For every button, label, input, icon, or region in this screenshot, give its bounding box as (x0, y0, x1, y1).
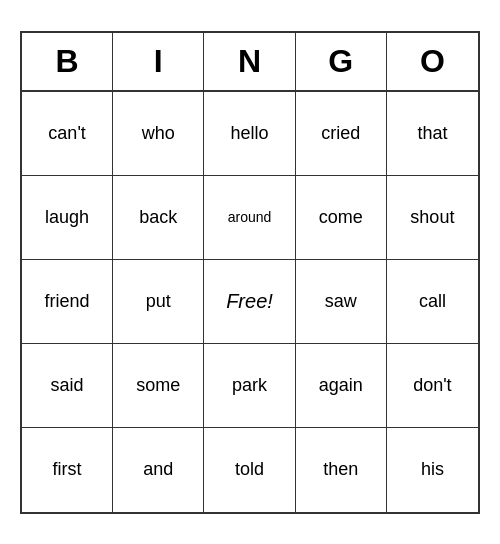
bingo-cell: can't (22, 92, 113, 176)
header-letter: I (113, 33, 204, 90)
bingo-grid: can'twhohellocriedthatlaughbackaroundcom… (22, 92, 478, 512)
bingo-header: BINGO (22, 33, 478, 92)
bingo-cell: again (296, 344, 387, 428)
bingo-cell: who (113, 92, 204, 176)
bingo-cell: Free! (204, 260, 295, 344)
bingo-cell: don't (387, 344, 478, 428)
bingo-cell: friend (22, 260, 113, 344)
bingo-cell: call (387, 260, 478, 344)
bingo-cell: first (22, 428, 113, 512)
bingo-cell: some (113, 344, 204, 428)
bingo-cell: that (387, 92, 478, 176)
bingo-cell: back (113, 176, 204, 260)
bingo-cell: said (22, 344, 113, 428)
bingo-cell: his (387, 428, 478, 512)
bingo-cell: hello (204, 92, 295, 176)
bingo-cell: come (296, 176, 387, 260)
bingo-cell: put (113, 260, 204, 344)
bingo-cell: around (204, 176, 295, 260)
bingo-cell: told (204, 428, 295, 512)
bingo-cell: saw (296, 260, 387, 344)
bingo-cell: laugh (22, 176, 113, 260)
header-letter: O (387, 33, 478, 90)
header-letter: B (22, 33, 113, 90)
bingo-cell: then (296, 428, 387, 512)
header-letter: G (296, 33, 387, 90)
bingo-cell: shout (387, 176, 478, 260)
bingo-card: BINGO can'twhohellocriedthatlaughbackaro… (20, 31, 480, 514)
bingo-cell: cried (296, 92, 387, 176)
header-letter: N (204, 33, 295, 90)
bingo-cell: park (204, 344, 295, 428)
bingo-cell: and (113, 428, 204, 512)
